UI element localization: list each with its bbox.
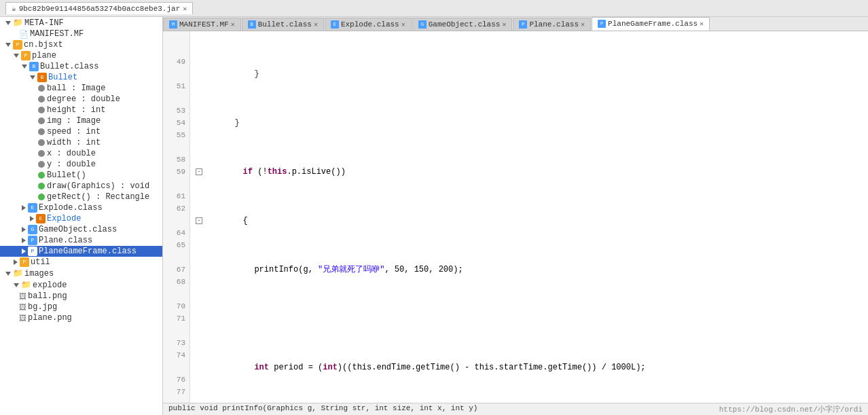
class-icon-bullet-inner: B — [37, 73, 47, 82]
bg-jpg-icon: 🖼 — [19, 303, 26, 312]
code-line-50: - { — [196, 215, 868, 227]
expand-icon-gameobject — [22, 227, 26, 232]
package-icon: P — [13, 40, 22, 50]
method-icon-getrect — [38, 194, 45, 200]
code-editor-panel: M MANIFEST.MF ✕ B Bullet.class ✕ E Explo… — [163, 17, 868, 415]
tab-icon-explode: E — [331, 20, 339, 29]
class-icon-explode: E — [28, 203, 37, 213]
sidebar-item-ball-field[interactable]: ball : Image — [0, 83, 162, 94]
sidebar-item-y-field[interactable]: y : double — [0, 159, 162, 170]
sidebar-item-util[interactable]: P util — [0, 257, 162, 268]
tab-icon-gameobject: G — [418, 20, 427, 29]
jar-tab[interactable]: ☕ 9bc82b9e91144856a53274b0acc8ebe3.jar ✕ — [5, 2, 193, 14]
plane-png-icon: 🖼 — [19, 314, 26, 323]
sidebar-item-bullet-inner[interactable]: B Bullet — [0, 72, 162, 83]
tab-icon-pgf: P — [598, 20, 606, 28]
tab-label-gameobject: GameObject.class — [429, 20, 501, 29]
expand-icon-explode — [22, 205, 26, 211]
watermark: https://blog.csdn.net/小字泞/ordi — [719, 404, 863, 414]
tab-close-pgf[interactable]: ✕ — [700, 20, 704, 28]
code-line: } — [196, 117, 868, 129]
sidebar-item-getrect-method[interactable]: getRect() : Rectangle — [0, 192, 162, 202]
sidebar-item-ball-png[interactable]: 🖼 ball.png — [0, 291, 162, 302]
collapse-49[interactable]: - — [196, 168, 202, 175]
expand-icon-pgf — [22, 249, 26, 254]
sidebar-item-plane-png[interactable]: 🖼 plane.png — [0, 312, 162, 323]
tab-bullet[interactable]: B Bullet.class ✕ — [242, 18, 324, 31]
sidebar-item-cn-bjsxt[interactable]: P cn.bjsxt — [0, 39, 162, 50]
editor-tabs-bar: M MANIFEST.MF ✕ B Bullet.class ✕ E Explo… — [163, 17, 868, 31]
sidebar-item-img-field[interactable]: img : Image — [0, 115, 162, 126]
class-icon-bullet: B — [29, 62, 39, 71]
expand-icon-plane-class — [22, 238, 26, 243]
line-numbers: 49 51 53 54 55 58 59 61 62 64 65 67 68 — [163, 31, 190, 403]
sidebar-item-degree-field[interactable]: degree : double — [0, 94, 162, 105]
sidebar-item-width-field[interactable]: width : int — [0, 137, 162, 148]
main-layout: 📁 META-INF 📄 MANIFEST.MF P cn.bjsxt P pl… — [0, 17, 868, 415]
sidebar-item-draw-method[interactable]: draw(Graphics) : void — [0, 181, 162, 192]
jar-tab-close[interactable]: ✕ — [183, 5, 187, 13]
package-icon-util: P — [20, 257, 29, 267]
expand-icon-explode-folder — [14, 283, 19, 287]
mf-file-icon: 📄 — [19, 30, 29, 39]
images-folder-icon: 📁 — [13, 268, 23, 278]
field-icon-ball — [38, 85, 45, 92]
tab-plane[interactable]: P Plane.class ✕ — [513, 18, 591, 31]
sidebar-item-explode-folder[interactable]: 📁 explode — [0, 279, 162, 291]
file-tree-panel: 📁 META-INF 📄 MANIFEST.MF P cn.bjsxt P pl… — [0, 17, 163, 415]
tab-close-plane[interactable]: ✕ — [581, 20, 585, 29]
expand-icon-cn — [5, 43, 11, 47]
field-icon-speed — [38, 128, 45, 135]
bottom-bar: public void printInfo(Graphics g, String… — [163, 403, 868, 415]
tab-explode[interactable]: E Explode.class ✕ — [325, 18, 412, 31]
class-icon-explode-inner: E — [36, 214, 46, 223]
sidebar-item-plane-class[interactable]: P Plane.class — [0, 235, 162, 246]
expand-icon-util — [14, 259, 18, 265]
expand-icon — [5, 21, 11, 25]
tab-close-manifest[interactable]: ✕ — [231, 20, 235, 29]
expand-icon-explode-inner — [30, 216, 34, 221]
tab-close-explode[interactable]: ✕ — [401, 20, 405, 29]
ball-png-icon: 🖼 — [19, 292, 26, 301]
expand-icon-bullet-inner — [30, 75, 35, 79]
tab-close-bullet[interactable]: ✕ — [314, 20, 318, 29]
tab-icon-bullet: B — [248, 20, 256, 29]
package-icon-plane: P — [21, 51, 31, 60]
sidebar-item-explode-class[interactable]: E Explode.class — [0, 202, 162, 213]
class-icon-pgf: P — [28, 247, 37, 256]
code-line-blank — [196, 312, 868, 325]
sidebar-item-x-field[interactable]: x : double — [0, 148, 162, 159]
code-line: } — [196, 68, 868, 80]
sidebar-item-plane-pkg[interactable]: P plane — [0, 50, 162, 61]
method-signature: public void printInfo(Graphics g, String… — [168, 404, 477, 414]
tab-manifest[interactable]: M MANIFEST.MF ✕ — [163, 18, 241, 31]
code-line-49: - if (!this.p.isLive()) — [196, 166, 868, 178]
tab-close-gameobject[interactable]: ✕ — [502, 20, 506, 29]
field-icon-img — [38, 118, 45, 124]
tab-label-explode: Explode.class — [341, 20, 399, 29]
sidebar-item-bullet-class[interactable]: B Bullet.class — [0, 61, 162, 72]
sidebar-item-bg-jpg[interactable]: 🖼 bg.jpg — [0, 302, 162, 312]
sidebar-item-manifest[interactable]: 📄 MANIFEST.MF — [0, 29, 162, 39]
code-line-53: int period = (int)((this.endTime.getTime… — [196, 361, 868, 374]
tab-label-manifest: MANIFEST.MF — [179, 20, 229, 29]
field-icon-x — [38, 150, 45, 157]
tab-planegameframe[interactable]: P PlaneGameFrame.class ✕ — [592, 17, 710, 31]
tab-label-pgf: PlaneGameFrame.class — [608, 20, 698, 28]
field-icon-height — [38, 107, 45, 113]
sidebar-item-gameobject-class[interactable]: G GameObject.class — [0, 224, 162, 235]
sidebar-item-planegameframe[interactable]: P PlaneGameFrame.class — [0, 246, 162, 257]
field-icon-width — [38, 139, 45, 146]
expand-icon-images — [5, 272, 11, 276]
sidebar-item-explode-inner[interactable]: E Explode — [0, 213, 162, 224]
sidebar-item-images[interactable]: 📁 images — [0, 268, 162, 279]
class-icon-gameobject: G — [28, 225, 37, 234]
collapse-50[interactable]: - — [196, 217, 202, 224]
sidebar-item-bullet-constructor[interactable]: Bullet() — [0, 170, 162, 181]
sidebar-item-speed-field[interactable]: speed : int — [0, 126, 162, 137]
code-editor-area[interactable]: 49 51 53 54 55 58 59 61 62 64 65 67 68 — [163, 31, 868, 403]
sidebar-item-height-field[interactable]: height : int — [0, 105, 162, 115]
tab-icon-plane: P — [519, 20, 527, 29]
tab-gameobject[interactable]: G GameObject.class ✕ — [412, 18, 513, 31]
sidebar-item-meta-inf[interactable]: 📁 META-INF — [0, 17, 162, 29]
